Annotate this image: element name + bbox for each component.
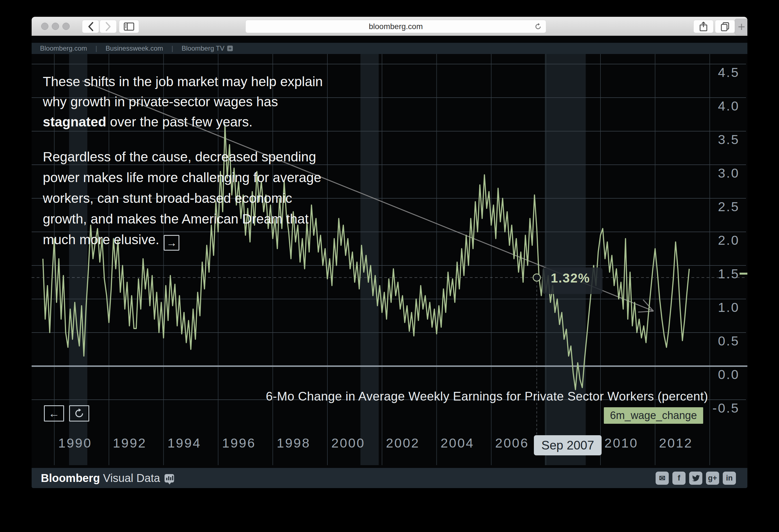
tab-overview-button[interactable] xyxy=(715,20,735,33)
y-axis-label: 4.5 xyxy=(718,65,739,80)
paragraph-2-lines: Regardless of the cause, decreased spend… xyxy=(43,146,423,229)
browser-window: bloomberg.com xyxy=(32,17,747,488)
close-window-button[interactable] xyxy=(41,23,48,30)
nav-item-businessweek[interactable]: Businessweek.com xyxy=(106,45,163,52)
y-axis-label: 3.5 xyxy=(718,132,739,147)
x-axis-label: 2012 xyxy=(659,436,693,450)
chevron-left-icon xyxy=(87,22,94,31)
nav-plus-icon[interactable]: + xyxy=(227,46,233,51)
hover-date-label: Sep 2007 xyxy=(541,438,594,452)
y-axis-label: -0.5 xyxy=(712,401,739,415)
stagnated-bold: stagnated xyxy=(43,114,106,129)
back-button[interactable] xyxy=(82,20,99,33)
brand-visual-data: Visual Data xyxy=(103,472,160,484)
tabs-icon xyxy=(720,22,730,31)
latest-value-tick xyxy=(739,273,747,275)
page-content: 1.32%4.54.03.53.02.52.01.51.00.50.0-0.51… xyxy=(32,36,747,488)
nav-item-bloomberg-tv[interactable]: Bloomberg TV xyxy=(182,45,224,52)
paragraph-1-rest: over the past few years. xyxy=(106,114,253,129)
x-axis-label: 1996 xyxy=(222,436,256,450)
left-arrow-icon: ← xyxy=(48,407,60,420)
y-axis-label: 0.5 xyxy=(718,333,739,348)
x-axis-label: 1990 xyxy=(58,436,92,450)
url-text: bloomberg.com xyxy=(369,22,423,31)
hover-point xyxy=(533,274,540,281)
new-tab-button[interactable] xyxy=(735,19,747,35)
replay-icon xyxy=(74,408,85,419)
sidebar-icon xyxy=(124,22,134,31)
share-button[interactable] xyxy=(694,20,714,33)
sidebar-button[interactable] xyxy=(119,20,139,33)
footer-brand: Bloomberg Visual Data xyxy=(41,472,160,484)
paragraph-2-rest: much more elusive. xyxy=(43,232,159,247)
legend-badge: 6m_wage_change xyxy=(604,407,703,424)
facebook-icon: f xyxy=(678,474,680,482)
x-axis-label: 2006 xyxy=(495,436,529,450)
paragraph-1-lines: These shifts in the job market may help … xyxy=(43,72,423,112)
next-slide-button[interactable]: → xyxy=(164,235,179,251)
y-axis-label: 1.5 xyxy=(718,266,739,281)
y-axis-label: 1.0 xyxy=(718,300,739,315)
feedback-chart-icon[interactable] xyxy=(165,474,174,482)
chart-back-button[interactable]: ← xyxy=(44,405,64,421)
minimize-window-button[interactable] xyxy=(52,23,59,30)
chevron-right-icon xyxy=(105,22,111,31)
chart-title: 6-Mo Change in Average Weekly Earnings f… xyxy=(266,389,708,403)
x-axis-label: 1998 xyxy=(277,436,311,450)
brand-bloomberg: Bloomberg xyxy=(41,472,100,484)
zoom-window-button[interactable] xyxy=(62,23,70,30)
y-axis-label: 0.0 xyxy=(718,367,739,382)
share-icon xyxy=(699,21,708,31)
forward-button[interactable] xyxy=(100,20,117,33)
linkedin-share-button[interactable]: in xyxy=(723,472,736,485)
y-axis-label: 2.5 xyxy=(718,199,739,214)
paragraph-1-lastline: stagnated over the past few years. xyxy=(43,112,423,132)
x-axis-label: 2004 xyxy=(440,436,474,450)
google-plus-icon: g+ xyxy=(708,474,717,482)
paragraph-2: Regardless of the cause, decreased spend… xyxy=(43,146,423,251)
tooltip-value: 1.32% xyxy=(551,271,590,285)
twitter-icon xyxy=(692,474,700,482)
email-share-button[interactable]: ✉ xyxy=(656,472,669,485)
y-axis-label: 3.0 xyxy=(718,165,739,181)
paragraph-2-lastline: much more elusive.→ xyxy=(43,229,423,251)
y-axis-label: 4.0 xyxy=(718,98,739,113)
right-arrow-icon: → xyxy=(166,232,177,253)
story-text: These shifts in the job market may help … xyxy=(43,72,423,251)
x-axis-label: 1992 xyxy=(113,436,146,450)
x-axis-label: 1994 xyxy=(167,436,201,450)
facebook-share-button[interactable]: f xyxy=(672,472,685,485)
chart-replay-button[interactable] xyxy=(69,405,89,421)
browser-titlebar: bloomberg.com xyxy=(32,17,747,36)
email-icon: ✉ xyxy=(659,474,665,483)
social-buttons: ✉ f g+ in xyxy=(656,472,736,485)
google-plus-share-button[interactable]: g+ xyxy=(706,472,719,485)
linkedin-icon: in xyxy=(726,474,733,482)
nav-item-bloomberg[interactable]: Bloomberg.com xyxy=(40,45,87,52)
address-bar[interactable]: bloomberg.com xyxy=(245,20,546,33)
x-axis-label: 2002 xyxy=(386,436,420,450)
x-axis-label: 2010 xyxy=(604,436,638,450)
plus-icon xyxy=(738,23,745,30)
nav-divider: | xyxy=(96,45,97,52)
y-axis-label: 2.0 xyxy=(718,233,739,248)
trend-arrowhead xyxy=(638,311,653,312)
twitter-share-button[interactable] xyxy=(689,472,702,485)
paragraph-1: These shifts in the job market may help … xyxy=(43,72,423,132)
footer-bar: Bloomberg Visual Data ✉ f g+ in xyxy=(32,468,747,488)
nav-divider: | xyxy=(172,45,173,52)
reload-icon[interactable] xyxy=(534,23,542,31)
x-axis-label: 2000 xyxy=(331,436,365,450)
bloomberg-nav-bar: Bloomberg.com | Businessweek.com | Bloom… xyxy=(32,43,747,54)
recession-band xyxy=(545,54,586,465)
